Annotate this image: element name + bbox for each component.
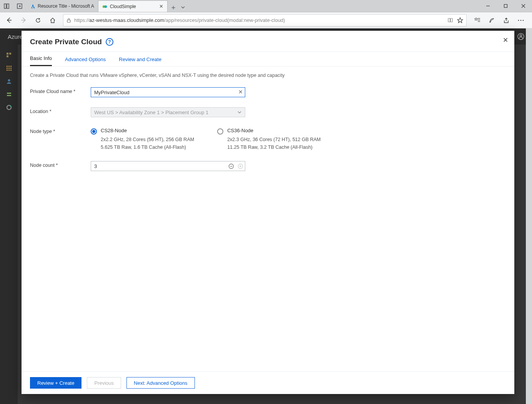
sidebar-item-account[interactable] xyxy=(0,75,18,88)
close-window-button[interactable] xyxy=(514,0,532,12)
url-text: https://az-westus-maas.cloudsimple.com/a… xyxy=(74,17,444,23)
svg-rect-33 xyxy=(7,93,11,94)
modal-title: Create Private Cloud xyxy=(30,38,102,46)
svg-rect-21 xyxy=(9,53,11,55)
svg-rect-23 xyxy=(7,66,8,67)
radio-cs28-node[interactable]: CS28-Node xyxy=(91,127,194,133)
set-aside-icon[interactable] xyxy=(13,3,26,9)
browser-tab-azure[interactable]: Resource Title - Microsoft A xyxy=(26,0,98,12)
browser-tabstrip: Resource Title - Microsoft A CloudSimple… xyxy=(0,0,532,12)
favorites-list-icon[interactable] xyxy=(470,14,484,27)
app-sidebar xyxy=(0,45,18,404)
sidebar-item-dashboard[interactable] xyxy=(0,48,18,62)
nav-back-button[interactable] xyxy=(2,14,15,27)
browser-toolbar: https://az-westus-maas.cloudsimple.com/a… xyxy=(0,12,532,28)
svg-rect-6 xyxy=(504,5,507,8)
svg-rect-25 xyxy=(10,66,12,67)
sidebar-item-resources[interactable] xyxy=(0,62,18,75)
tab-review-create[interactable]: Review and Create xyxy=(119,57,161,66)
cs36-spec-line2: 11.25 TB Raw, 3.2 TB Cache (All-Flash) xyxy=(227,143,321,151)
help-circle-icon[interactable]: ? xyxy=(106,38,113,46)
svg-rect-22 xyxy=(7,55,8,57)
home-button[interactable] xyxy=(46,14,59,27)
previous-button: Previous xyxy=(87,377,121,389)
account-icon[interactable] xyxy=(517,33,524,40)
favorite-star-icon[interactable] xyxy=(457,17,463,23)
svg-point-4 xyxy=(105,5,107,8)
svg-rect-20 xyxy=(7,53,8,55)
label-private-cloud-name: Private Cloud name * xyxy=(30,87,91,94)
svg-rect-7 xyxy=(67,20,70,22)
review-create-button[interactable]: Review + Create xyxy=(30,377,81,389)
location-select[interactable]: West US > Availability Zone 1 > Placemen… xyxy=(91,107,245,117)
reading-view-icon[interactable] xyxy=(447,17,453,23)
radio-cs36-node[interactable]: CS36-Node xyxy=(217,127,321,133)
clear-input-icon[interactable]: ✕ xyxy=(238,89,243,95)
increment-button[interactable] xyxy=(236,161,245,171)
svg-point-12 xyxy=(520,20,522,21)
new-tab-button[interactable]: ＋ xyxy=(170,3,177,12)
decrement-button[interactable] xyxy=(226,161,236,171)
next-advanced-button[interactable]: Next: Advanced Options xyxy=(126,377,195,389)
svg-rect-0 xyxy=(4,4,6,8)
svg-point-32 xyxy=(8,79,10,81)
cs28-spec-line1: 2x2.2 GHz, 28 Cores (56 HT), 256 GB RAM xyxy=(101,136,194,143)
tab-basic-info[interactable]: Basic Info xyxy=(30,55,52,66)
svg-rect-27 xyxy=(8,68,10,69)
modal-close-button[interactable]: ✕ xyxy=(503,36,508,44)
svg-rect-26 xyxy=(7,68,8,69)
chevron-down-icon xyxy=(237,110,242,115)
private-cloud-name-input[interactable] xyxy=(91,87,245,97)
address-bar[interactable]: https://az-westus-maas.cloudsimple.com/a… xyxy=(63,14,467,27)
sidebar-item-activity[interactable] xyxy=(0,101,18,114)
cs28-spec-line2: 5.625 TB Raw, 1.6 TB Cache (All-Flash) xyxy=(101,143,194,151)
share-icon[interactable] xyxy=(500,14,513,27)
cs36-spec-line1: 2x2.3 GHz, 36 Cores (72 HT), 512 GB RAM xyxy=(227,136,321,143)
create-private-cloud-modal: Create Private Cloud ? ✕ Basic Info Adva… xyxy=(22,31,514,394)
label-location: Location * xyxy=(30,107,91,114)
modal-description: Create a Private Cloud that runs VMware … xyxy=(30,73,506,78)
node-count-stepper xyxy=(91,161,245,171)
svg-point-19 xyxy=(520,35,522,37)
tab-title: Resource Title - Microsoft A xyxy=(38,3,94,9)
svg-rect-31 xyxy=(10,70,12,71)
nav-forward-button[interactable] xyxy=(17,14,30,27)
modal-footer: Review + Create Previous Next: Advanced … xyxy=(22,371,514,394)
sidebar-item-network[interactable] xyxy=(0,88,18,101)
svg-rect-34 xyxy=(7,95,11,96)
minimize-button[interactable] xyxy=(479,0,497,12)
lock-icon xyxy=(66,18,71,23)
svg-point-11 xyxy=(518,20,519,21)
azure-favicon-icon xyxy=(30,3,35,9)
tab-actions-icon[interactable] xyxy=(0,3,13,9)
node-count-input[interactable] xyxy=(91,163,226,169)
cloudsimple-favicon-icon xyxy=(102,4,108,9)
modal-tabs: Basic Info Advanced Options Review and C… xyxy=(22,52,514,67)
notes-icon[interactable] xyxy=(485,14,498,27)
close-tab-icon[interactable]: ✕ xyxy=(159,3,163,9)
browser-scrollbar[interactable] xyxy=(526,28,532,404)
label-node-type: Node type * xyxy=(30,127,91,134)
tab-title: CloudSimple xyxy=(110,4,157,9)
location-value: West US > Availability Zone 1 > Placemen… xyxy=(94,110,208,115)
more-icon[interactable] xyxy=(514,14,527,27)
refresh-button[interactable] xyxy=(32,14,45,27)
svg-rect-24 xyxy=(8,66,10,67)
tab-advanced-options[interactable]: Advanced Options xyxy=(65,57,106,66)
browser-tab-cloudsimple[interactable]: CloudSimple ✕ xyxy=(98,0,168,12)
svg-rect-30 xyxy=(8,70,10,71)
label-node-count: Node count * xyxy=(30,161,91,168)
tab-dropdown-icon[interactable] xyxy=(181,5,185,10)
svg-rect-28 xyxy=(10,68,12,69)
svg-rect-1 xyxy=(7,4,9,8)
svg-rect-29 xyxy=(7,70,8,71)
maximize-button[interactable] xyxy=(497,0,514,12)
svg-point-13 xyxy=(523,20,524,21)
